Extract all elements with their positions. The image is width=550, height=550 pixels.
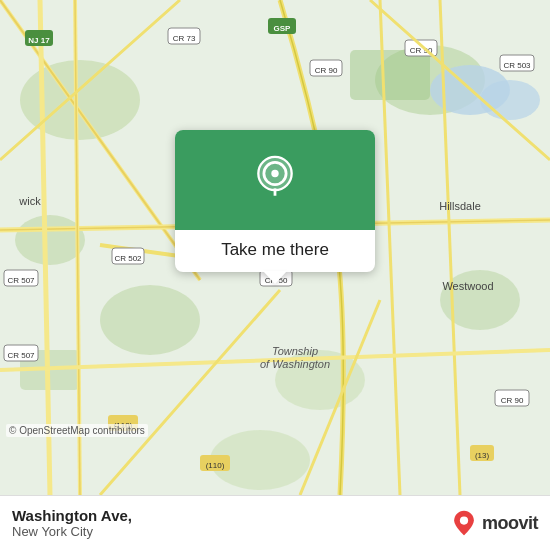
popup-header — [175, 130, 375, 230]
svg-text:CR 90: CR 90 — [315, 66, 338, 75]
svg-text:Westwood: Westwood — [442, 280, 493, 292]
svg-text:CR 73: CR 73 — [173, 34, 196, 43]
moovit-logo[interactable]: moovit — [450, 509, 538, 537]
svg-point-11 — [480, 80, 540, 120]
location-city: New York City — [12, 524, 132, 539]
svg-rect-3 — [350, 50, 430, 100]
popup-card[interactable]: Take me there — [175, 130, 375, 272]
svg-point-4 — [100, 285, 200, 355]
svg-text:(110): (110) — [206, 461, 225, 470]
svg-text:GSP: GSP — [274, 24, 292, 33]
svg-text:CR 507: CR 507 — [7, 276, 35, 285]
location-info: Washington Ave, New York City — [12, 507, 132, 539]
location-name: Washington Ave, — [12, 507, 132, 524]
svg-point-7 — [15, 215, 85, 265]
svg-text:of Washington: of Washington — [260, 358, 330, 370]
svg-text:CR 503: CR 503 — [503, 61, 531, 70]
map-container: NJ 17 GSP CR 90 CR 73 CR 90 CR 503 CR 50… — [0, 0, 550, 495]
svg-point-64 — [460, 516, 468, 524]
svg-text:CR 507: CR 507 — [7, 351, 35, 360]
moovit-brand-text: moovit — [482, 513, 538, 534]
svg-text:NJ 17: NJ 17 — [28, 36, 50, 45]
take-me-there-button[interactable]: Take me there — [175, 230, 375, 272]
svg-text:CR 502: CR 502 — [114, 254, 142, 263]
svg-text:(13): (13) — [475, 451, 490, 460]
moovit-pin-icon — [450, 509, 478, 537]
svg-text:CR 90: CR 90 — [501, 396, 524, 405]
copyright-text: © OpenStreetMap contributors — [6, 424, 148, 437]
svg-text:Hillsdale: Hillsdale — [439, 200, 481, 212]
svg-text:Township: Township — [272, 345, 318, 357]
bottom-bar: Washington Ave, New York City moovit — [0, 495, 550, 550]
svg-point-62 — [271, 170, 278, 177]
location-pin-icon — [253, 155, 297, 205]
svg-text:wick: wick — [18, 195, 41, 207]
